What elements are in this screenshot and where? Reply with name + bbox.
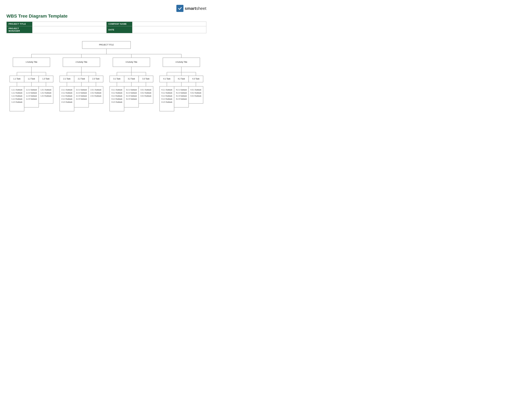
svg-text:4.2.1 Subtask: 4.2.1 Subtask xyxy=(176,89,187,91)
svg-text:4.3.3 Subtask: 4.3.3 Subtask xyxy=(190,95,201,97)
company-name-value[interactable] xyxy=(132,22,206,26)
svg-text:3.1.2 Subtask: 3.1.2 Subtask xyxy=(111,92,122,94)
subtask-1-2-node: 1.2.1 Subtask 1.2.2 Subtask 1.2.3 Subtas… xyxy=(24,86,39,107)
logo-area: smartsheet xyxy=(6,5,206,12)
svg-text:4.3.2 Subtask: 4.3.2 Subtask xyxy=(190,92,201,94)
svg-text:2.1 Task: 2.1 Task xyxy=(63,78,71,80)
svg-text:1.1.1 Subtask: 1.1.1 Subtask xyxy=(11,89,22,91)
svg-text:1.3 Task: 1.3 Task xyxy=(42,78,50,80)
svg-text:4.3 Task: 4.3 Task xyxy=(192,78,200,80)
svg-text:2.3 Task: 2.3 Task xyxy=(92,78,100,80)
task-3-3-node: 3.3 Task xyxy=(139,76,153,82)
svg-text:4.2.2 Subtask: 4.2.2 Subtask xyxy=(176,92,187,94)
logo-check-icon xyxy=(176,5,183,12)
date-label: DATE xyxy=(106,26,132,33)
task-2-2-node: 2.2 Task xyxy=(74,76,89,82)
svg-text:3.1.3 Subtask: 3.1.3 Subtask xyxy=(111,95,122,97)
svg-text:3.3 Task: 3.3 Task xyxy=(142,78,150,80)
project-manager-label: PROJECT MANAGER xyxy=(7,26,32,33)
info-table: PROJECT TITLE COMPANY NAME PROJECT MANAG… xyxy=(6,22,206,33)
smartsheet-logo: smartsheet xyxy=(176,5,206,12)
svg-text:3.3.2 Subtask: 3.3.2 Subtask xyxy=(140,92,151,94)
svg-text:2.2 Task: 2.2 Task xyxy=(78,78,85,80)
subtask-4-3-node: 4.3.1 Subtask 4.3.2 Subtask 4.3.3 Subtas… xyxy=(189,86,203,103)
svg-text:3.1.1 Subtask: 3.1.1 Subtask xyxy=(111,89,122,91)
svg-text:PROJECT TITLE: PROJECT TITLE xyxy=(99,44,114,46)
svg-text:3 Activity Title: 3 Activity Title xyxy=(126,61,137,63)
task-3-2-node: 3.2 Task xyxy=(124,76,139,82)
subtask-2-1-node: 2.1.1 Subtask 2.1.2 Subtask 2.1.3 Subtas… xyxy=(60,86,74,111)
subtask-3-1-node: 3.1.1 Subtask 3.1.2 Subtask 3.1.3 Subtas… xyxy=(110,86,124,111)
svg-text:1 Activity Title: 1 Activity Title xyxy=(26,61,38,63)
svg-text:2.1.4 Subtask: 2.1.4 Subtask xyxy=(61,98,72,100)
svg-text:3.1.5 Subtask: 3.1.5 Subtask xyxy=(111,101,122,103)
wbs-svg: .node rect { fill: white; stroke: #888; … xyxy=(6,38,206,156)
company-name-label: COMPANY NAME xyxy=(106,22,132,26)
svg-text:2.2.1 Subtask: 2.2.1 Subtask xyxy=(76,89,87,91)
page-title: WBS Tree Diagram Template xyxy=(6,14,206,19)
svg-text:4 Activity Title: 4 Activity Title xyxy=(176,61,187,63)
logo-text: smartsheet xyxy=(185,6,206,11)
svg-text:1.3.3 Subtask: 1.3.3 Subtask xyxy=(40,95,51,97)
svg-text:2.1.3 Subtask: 2.1.3 Subtask xyxy=(61,95,72,97)
date-value[interactable] xyxy=(132,26,206,33)
svg-text:4.1.3 Subtask: 4.1.3 Subtask xyxy=(161,95,172,97)
svg-text:1.1.5 Subtask: 1.1.5 Subtask xyxy=(11,101,22,103)
svg-text:3.1 Task: 3.1 Task xyxy=(113,78,121,80)
svg-text:2.3.1 Subtask: 2.3.1 Subtask xyxy=(90,89,101,91)
svg-text:3.3.1 Subtask: 3.3.1 Subtask xyxy=(140,89,151,91)
task-4-3-node: 4.3 Task xyxy=(189,76,203,82)
svg-text:2.3.3 Subtask: 2.3.3 Subtask xyxy=(90,95,101,97)
project-title-value[interactable] xyxy=(32,22,106,26)
root-node: PROJECT TITLE xyxy=(82,41,131,49)
task-1-3-node: 1.3 Task xyxy=(39,76,53,82)
svg-text:4.1.4 Subtask: 4.1.4 Subtask xyxy=(161,98,172,100)
task-4-2-node: 4.2 Task xyxy=(174,76,189,82)
svg-text:1.2.1 Subtask: 1.2.1 Subtask xyxy=(26,89,37,91)
task-1-1-node: 1.1 Task xyxy=(10,76,24,82)
subtask-2-2-node: 2.2.1 Subtask 2.2.2 Subtask 2.2.3 Subtas… xyxy=(74,86,89,107)
svg-text:4.1 Task: 4.1 Task xyxy=(163,78,171,80)
activity-2-node: 2 Activity Title xyxy=(63,58,100,67)
svg-text:1.2.3 Subtask: 1.2.3 Subtask xyxy=(26,95,37,97)
svg-text:4.2 Task: 4.2 Task xyxy=(178,78,185,80)
project-title-label: PROJECT TITLE xyxy=(7,22,32,26)
svg-text:4.1.1 Subtask: 4.1.1 Subtask xyxy=(161,89,172,91)
svg-text:1.2 Task: 1.2 Task xyxy=(28,78,35,80)
svg-text:4.2.4 Subtask: 4.2.4 Subtask xyxy=(176,98,187,100)
svg-text:4.3.1 Subtask: 4.3.1 Subtask xyxy=(190,89,201,91)
svg-text:1.1.2 Subtask: 1.1.2 Subtask xyxy=(11,92,22,94)
svg-text:3.2.3 Subtask: 3.2.3 Subtask xyxy=(126,95,137,97)
svg-text:2.1.2 Subtask: 2.1.2 Subtask xyxy=(61,92,72,94)
activity-4-node: 4 Activity Title xyxy=(163,58,200,67)
svg-text:3.1.4 Subtask: 3.1.4 Subtask xyxy=(111,98,122,100)
project-manager-value[interactable] xyxy=(32,26,106,33)
task-3-1-node: 3.1 Task xyxy=(110,76,124,82)
task-4-1-node: 4.1 Task xyxy=(160,76,174,82)
svg-text:3.2.2 Subtask: 3.2.2 Subtask xyxy=(126,92,137,94)
task-2-3-node: 2.3 Task xyxy=(89,76,103,82)
svg-text:3.2 Task: 3.2 Task xyxy=(128,78,135,80)
activity-1-node: 1 Activity Title xyxy=(13,58,50,67)
svg-text:3.2.4 Subtask: 3.2.4 Subtask xyxy=(126,98,137,100)
svg-text:1.3.2 Subtask: 1.3.2 Subtask xyxy=(40,92,51,94)
subtask-3-2-node: 3.2.1 Subtask 3.2.2 Subtask 3.2.3 Subtas… xyxy=(124,86,139,107)
svg-text:3.3.3 Subtask: 3.3.3 Subtask xyxy=(140,95,151,97)
svg-text:4.1.5 Subtask: 4.1.5 Subtask xyxy=(161,101,172,103)
svg-text:1.2.2 Subtask: 1.2.2 Subtask xyxy=(26,92,37,94)
svg-text:1.1.4 Subtask: 1.1.4 Subtask xyxy=(11,98,22,100)
subtask-1-1-node: 1.1.1 Subtask 1.1.2 Subtask 1.1.3 Subtas… xyxy=(10,86,24,111)
subtask-4-1-node: 4.1.1 Subtask 4.1.2 Subtask 4.1.3 Subtas… xyxy=(160,86,174,111)
task-2-1-node: 2.1 Task xyxy=(60,76,74,82)
svg-text:2.1.5 Subtask: 2.1.5 Subtask xyxy=(61,101,72,103)
svg-text:2.2.2 Subtask: 2.2.2 Subtask xyxy=(76,92,87,94)
svg-text:1.1.3 Subtask: 1.1.3 Subtask xyxy=(11,95,22,97)
svg-text:2.3.2 Subtask: 2.3.2 Subtask xyxy=(90,92,101,94)
task-1-2-node: 1.2 Task xyxy=(24,76,39,82)
svg-text:1.1 Task: 1.1 Task xyxy=(13,78,21,80)
subtask-2-3-node: 2.3.1 Subtask 2.3.2 Subtask 2.3.3 Subtas… xyxy=(89,86,103,103)
svg-text:4.1.2 Subtask: 4.1.2 Subtask xyxy=(161,92,172,94)
svg-text:2.1.1 Subtask: 2.1.1 Subtask xyxy=(61,89,72,91)
svg-text:3.2.1 Subtask: 3.2.1 Subtask xyxy=(126,89,137,91)
svg-text:4.2.3 Subtask: 4.2.3 Subtask xyxy=(176,95,187,97)
